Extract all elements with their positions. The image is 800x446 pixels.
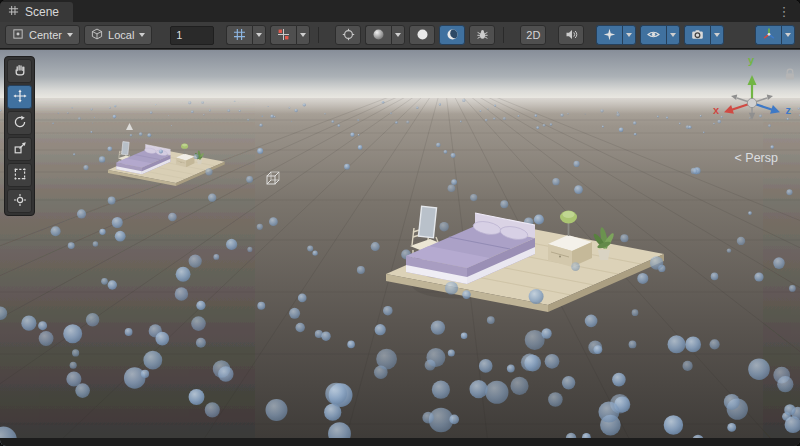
audio-toggle-button[interactable]	[558, 25, 584, 45]
rect-icon	[13, 167, 27, 184]
grid-visibility-button[interactable]	[226, 25, 252, 45]
axis-x-label[interactable]: x	[713, 104, 719, 116]
transform-tool-button[interactable]	[7, 189, 32, 213]
scene-viewport: y x z < Persp	[0, 50, 800, 446]
toolbar-separator	[503, 27, 504, 43]
rect-tool-button[interactable]	[7, 163, 32, 187]
effects-toggle-button[interactable]	[596, 25, 622, 45]
window-footer	[0, 438, 800, 446]
shaded-sphere-icon	[372, 28, 385, 43]
bug-toggle-button[interactable]	[469, 25, 495, 45]
axis-tripod-icon	[762, 27, 776, 43]
pivot-label: Center	[29, 29, 62, 41]
move-tool-button[interactable]	[7, 85, 32, 109]
shading-mode-button[interactable]	[365, 25, 391, 45]
eye-icon	[647, 28, 660, 43]
snap-increment-button[interactable]	[270, 25, 296, 45]
visibility-toggle-button[interactable]	[640, 25, 666, 45]
mode-2d-label: 2D	[526, 29, 540, 41]
orientation-dropdown[interactable]: Local	[84, 25, 152, 45]
axis-y-label[interactable]: y	[748, 54, 754, 66]
visibility-dropdown[interactable]	[666, 25, 680, 45]
camera-icon	[691, 28, 704, 43]
orientation-label: Local	[108, 29, 134, 41]
chevron-down-icon	[67, 33, 73, 37]
shading-mode-dropdown[interactable]	[391, 25, 405, 45]
white-sphere-icon	[416, 28, 429, 43]
pivot-dropdown[interactable]: Center	[5, 25, 80, 45]
mode-2d-button[interactable]: 2D	[520, 25, 546, 45]
effects-dropdown[interactable]	[622, 25, 636, 45]
chevron-down-icon	[256, 33, 262, 37]
hand-icon	[13, 63, 27, 80]
scene-tab-label: Scene	[25, 5, 59, 19]
lock-icon[interactable]	[784, 67, 796, 85]
speaker-icon	[565, 28, 578, 43]
tab-bar: Scene ⋮	[0, 0, 800, 22]
scene-camera-dropdown[interactable]	[710, 25, 724, 45]
crosshair-circle-icon	[342, 28, 355, 43]
rotate-tool-button[interactable]	[7, 111, 32, 135]
orientation-gizmo[interactable]: y x z	[712, 54, 792, 148]
chevron-down-icon	[395, 33, 401, 37]
chevron-down-icon	[626, 33, 632, 37]
orientation-gizmo-axes[interactable]	[712, 67, 792, 139]
scene-gizmo-dropdown[interactable]	[781, 25, 795, 45]
chevron-down-icon	[714, 33, 720, 37]
chevron-down-icon	[785, 33, 791, 37]
pivot-icon	[12, 28, 24, 42]
snap-grid-icon	[277, 28, 290, 43]
toolbar-separator	[318, 27, 319, 43]
moon-icon	[446, 28, 459, 43]
unity-scene-window: Scene ⋮ Center Local	[0, 0, 800, 446]
projection-toggle[interactable]: < Persp	[735, 151, 778, 165]
cube-icon	[91, 28, 103, 42]
chevron-down-icon	[300, 33, 306, 37]
tab-menu-icon[interactable]: ⋮	[776, 5, 792, 18]
snap-increment-dropdown[interactable]	[296, 25, 310, 45]
grid-visibility-dropdown[interactable]	[252, 25, 266, 45]
scene-3d-canvas[interactable]	[0, 50, 800, 446]
hand-tool-button[interactable]	[7, 59, 32, 83]
bug-icon	[476, 28, 489, 43]
axis-z-label[interactable]: z	[786, 104, 792, 116]
scene-camera-button[interactable]	[684, 25, 710, 45]
scene-toolbar: Center Local	[0, 22, 800, 49]
rotate-icon	[13, 115, 27, 132]
scene-tab[interactable]: Scene	[0, 2, 73, 22]
chevron-down-icon	[139, 33, 145, 37]
snap-value-input[interactable]	[170, 26, 214, 45]
moon-toggle-button[interactable]	[439, 25, 465, 45]
sparkle-icon	[603, 28, 616, 43]
chevron-down-icon	[670, 33, 676, 37]
target-circle-button[interactable]	[335, 25, 361, 45]
light-sphere-button[interactable]	[409, 25, 435, 45]
tool-strip	[4, 56, 35, 216]
move-icon	[13, 89, 27, 106]
scale-icon	[13, 141, 27, 158]
scale-tool-button[interactable]	[7, 137, 32, 161]
transform-icon	[13, 193, 27, 210]
panel-grid-icon	[8, 5, 19, 19]
scene-gizmo-button[interactable]	[755, 25, 781, 45]
grid-icon	[233, 28, 246, 43]
